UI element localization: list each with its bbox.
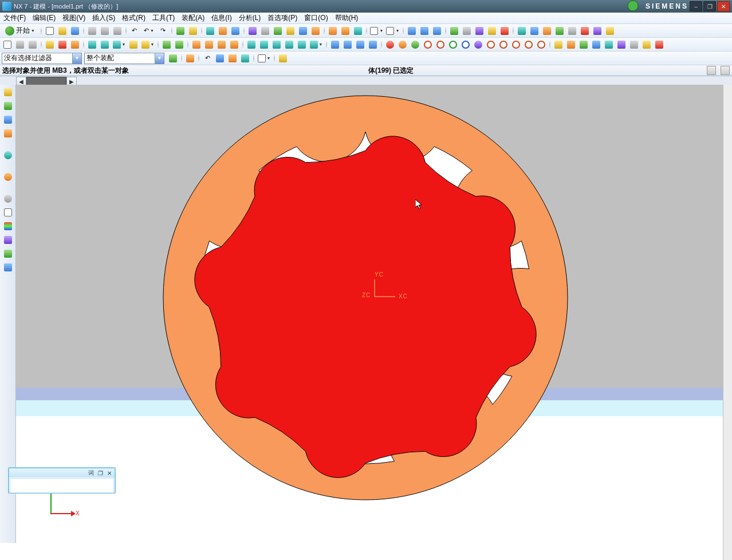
wcs-rot-icon[interactable] — [174, 39, 185, 50]
extrude-icon[interactable] — [327, 25, 339, 37]
dock-part-icon[interactable] — [1, 100, 15, 112]
grid-icon[interactable] — [461, 25, 473, 37]
donut-c-icon[interactable] — [510, 39, 522, 50]
undo-icon[interactable]: ↶ — [129, 25, 140, 37]
donut-d-icon[interactable] — [523, 39, 534, 50]
filter-tool-c-icon[interactable] — [214, 53, 226, 64]
graphics-viewport[interactable]: YC XC ZC — [16, 85, 723, 560]
view-orient-icon[interactable]: ▼ — [385, 25, 400, 37]
tool-c-icon[interactable] — [272, 25, 284, 37]
copy-icon[interactable] — [99, 25, 111, 37]
sel-all-icon[interactable] — [2, 39, 13, 50]
menu-view[interactable]: 视图(V) — [59, 13, 89, 23]
vertical-scrollbar[interactable] — [723, 85, 732, 560]
menu-file[interactable]: 文件(F) — [0, 13, 29, 23]
dock-layers-icon[interactable] — [1, 206, 15, 219]
panel-copy-icon[interactable]: ❐ — [96, 469, 104, 477]
prim-e-icon[interactable] — [296, 39, 308, 50]
update-icon[interactable] — [204, 25, 216, 37]
chevron-down-icon[interactable]: ▼ — [72, 53, 81, 64]
assembly-scope-value[interactable] — [85, 53, 155, 64]
asm-c-icon[interactable] — [355, 39, 366, 50]
asm-d-icon[interactable] — [367, 39, 379, 50]
pan-icon[interactable] — [431, 25, 443, 37]
donut-e-icon[interactable] — [536, 39, 547, 50]
paint-icon[interactable] — [44, 39, 56, 50]
ball-red-icon[interactable] — [384, 39, 396, 50]
box-b-icon[interactable] — [203, 39, 215, 50]
filter-rect-icon[interactable]: ▼ — [257, 53, 271, 64]
filter-undo-icon[interactable]: ↶ — [202, 53, 213, 64]
menu-edit[interactable]: 编辑(E) — [29, 13, 59, 23]
surf-b-icon[interactable] — [565, 39, 577, 50]
highlight-icon[interactable] — [69, 39, 81, 50]
selection-filter-value[interactable] — [2, 53, 72, 64]
prim-a-icon[interactable] — [246, 39, 257, 50]
command-finder-icon[interactable] — [175, 25, 186, 37]
ball-orange-icon[interactable] — [397, 39, 408, 50]
arc-icon[interactable] — [541, 25, 553, 37]
curve-icon[interactable] — [516, 25, 528, 37]
surf-a-icon[interactable] — [553, 39, 564, 50]
filter-tool-d-icon[interactable] — [227, 53, 238, 64]
dock-hd3d-icon[interactable] — [1, 247, 15, 260]
dock-clock-icon[interactable] — [1, 192, 15, 205]
open-file-icon[interactable] — [57, 25, 68, 37]
box-d-icon[interactable] — [229, 39, 240, 50]
zoom-icon[interactable] — [419, 25, 430, 37]
prompt-end-b-icon[interactable] — [721, 66, 730, 75]
assembly-scope-combo[interactable]: ▼ — [84, 53, 164, 64]
ring-b-icon[interactable] — [435, 39, 446, 50]
render-mode-icon[interactable]: ▼ — [369, 25, 384, 37]
ring-a-icon[interactable] — [422, 39, 434, 50]
box-a-icon[interactable] — [191, 39, 202, 50]
menu-assembly[interactable]: 装配(A) — [178, 13, 208, 23]
ring-d-icon[interactable] — [460, 39, 471, 50]
dock-palette-icon[interactable] — [1, 220, 15, 232]
prim-e-drop-icon[interactable]: ▼ — [309, 39, 324, 50]
menu-tools[interactable]: 工具(T) — [149, 13, 178, 23]
tool-d-icon[interactable] — [285, 25, 296, 37]
prim-c-icon[interactable] — [271, 39, 282, 50]
cube-drop-icon[interactable]: ▼ — [112, 39, 127, 50]
filter-tool-b-icon[interactable] — [184, 53, 196, 64]
sketch-icon[interactable] — [217, 25, 229, 37]
close-button[interactable]: ✕ — [717, 1, 730, 11]
minimize-button[interactable]: – — [690, 1, 702, 11]
erase-icon[interactable] — [57, 39, 68, 50]
fit-icon[interactable] — [406, 25, 418, 37]
tool-f-icon[interactable] — [310, 25, 321, 37]
menu-info[interactable]: 信息(I) — [208, 13, 235, 23]
datum-icon[interactable] — [230, 25, 241, 37]
new-file-icon[interactable] — [44, 25, 56, 37]
point-icon[interactable] — [566, 25, 578, 37]
surf-d-icon[interactable] — [591, 39, 602, 50]
book-drop-icon[interactable]: ▼ — [140, 39, 155, 50]
ball-green-icon[interactable] — [410, 39, 421, 50]
hole-icon[interactable] — [352, 25, 364, 37]
ring-c-icon[interactable] — [447, 39, 459, 50]
sel-invert-icon[interactable] — [27, 39, 38, 50]
measure-icon[interactable] — [187, 25, 199, 37]
filter-tool-e-icon[interactable] — [239, 53, 251, 64]
box-c-icon[interactable] — [216, 39, 227, 50]
menu-window[interactable]: 窗口(O) — [301, 13, 331, 23]
dock-browser-icon[interactable] — [1, 261, 15, 274]
dock-roles-icon[interactable] — [1, 171, 15, 183]
line-icon[interactable] — [554, 25, 565, 37]
dock-constraint-icon[interactable] — [1, 127, 15, 140]
cube-iso-icon[interactable] — [86, 39, 98, 50]
cut-icon[interactable] — [86, 25, 98, 37]
menu-preferences[interactable]: 首选项(P) — [264, 13, 301, 23]
asm-b-icon[interactable] — [342, 39, 353, 50]
undo-drop-icon[interactable]: ↶▼ — [141, 25, 156, 37]
tool-e-icon[interactable] — [297, 25, 309, 37]
panel-tag-icon[interactable]: 词 — [87, 469, 95, 477]
floating-input-area[interactable] — [10, 478, 114, 493]
selection-filter-combo[interactable]: ▼ — [2, 53, 82, 64]
prim-b-icon[interactable] — [258, 39, 270, 50]
chevron-down-icon[interactable]: ▼ — [155, 53, 164, 64]
prim-d-icon[interactable] — [284, 39, 295, 50]
paste-icon[interactable] — [112, 25, 123, 37]
donut-b-icon[interactable] — [498, 39, 509, 50]
